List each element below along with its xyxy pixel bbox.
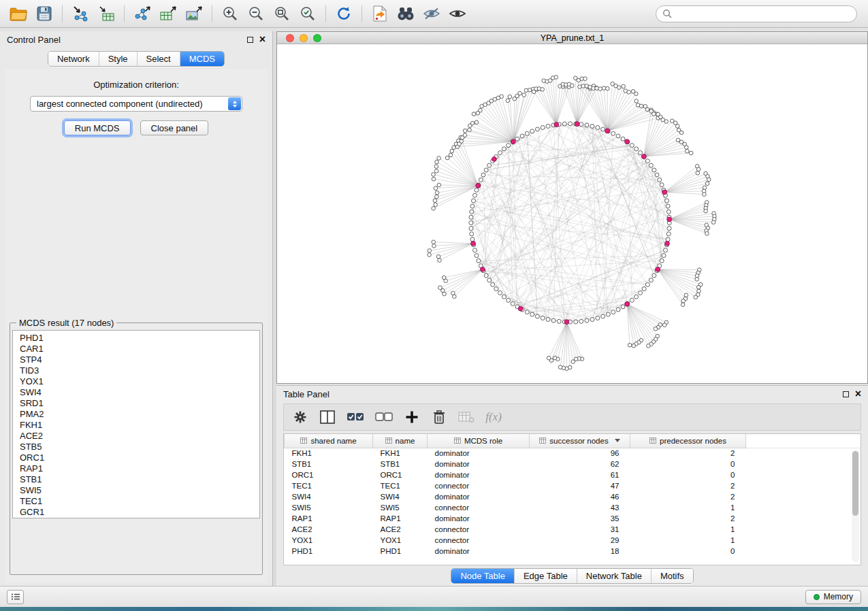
select-all-button[interactable] [347,408,364,426]
cell-successor-nodes: 35 [530,513,630,524]
open-folder-button[interactable] [5,2,31,25]
attribute-grid-icon [649,437,656,444]
tab-select[interactable]: Select [138,52,180,66]
float-table-panel-icon[interactable] [843,391,849,397]
optimization-criterion-dropdown[interactable]: largest connected component (undirected) [30,96,242,112]
mcds-result-item[interactable]: ACE2 [20,431,259,442]
column-header-name[interactable]: name [373,434,428,448]
table-row[interactable]: ORC1ORC1dominator610 [285,469,861,480]
table-row[interactable]: TEC1TEC1connector472 [285,480,861,491]
panel-toggle-button[interactable] [7,590,24,604]
function-builder-button[interactable]: f(x) [485,408,502,426]
float-panel-icon[interactable] [247,37,253,43]
tab-edge-table[interactable]: Edge Table [515,569,577,583]
global-search-box[interactable] [656,5,857,22]
import-table-button[interactable] [93,2,119,25]
table-row[interactable]: FKH1FKH1dominator962 [285,448,861,459]
table-row[interactable]: SWI4SWI4dominator462 [285,491,861,502]
column-header-successor-nodes[interactable]: successor nodes [530,434,630,448]
add-column-button[interactable] [404,408,420,426]
share-document-button[interactable] [367,2,393,25]
table-row[interactable]: STB1STB1dominator620 [285,459,861,469]
deselect-all-button[interactable] [375,408,393,426]
panel-splitter[interactable] [273,31,276,586]
cell-predecessor-nodes: 2 [630,491,746,502]
app-window: Control Panel × Network Style Select MCD… [0,0,868,611]
mcds-result-item[interactable]: PHD1 [20,333,259,344]
table-settings-button[interactable] [292,408,308,426]
apply-layout-button[interactable] [331,2,357,25]
memory-button[interactable]: Memory [805,590,861,604]
tab-mcds[interactable]: MCDS [180,52,224,66]
mcds-result-item[interactable]: RAP1 [20,463,259,474]
list-icon [11,593,20,601]
tab-node-table[interactable]: Node Table [451,569,515,583]
export-image-button[interactable] [181,2,207,25]
binoculars-search-button[interactable] [393,2,419,25]
hide-details-button[interactable] [419,2,445,25]
export-network-button[interactable] [129,2,155,25]
cell-mcds-role: connector [428,502,530,513]
zoom-in-button[interactable] [217,2,243,25]
network-canvas[interactable] [277,44,867,383]
show-details-button[interactable] [445,2,470,25]
import-network-icon [71,5,89,22]
run-mcds-button[interactable]: Run MCDS [64,120,131,135]
cell-name: SWI5 [373,502,428,513]
column-header-shared-name[interactable]: shared name [285,434,373,448]
delete-column-button[interactable] [431,408,447,426]
sort-dropdown-icon[interactable] [615,439,620,442]
tab-motifs[interactable]: Motifs [652,569,693,583]
network-window-titlebar[interactable]: YPA_prune.txt_1 [277,32,867,44]
table-row[interactable]: RAP1RAP1dominator352 [285,513,861,524]
gear-icon [293,410,308,425]
tab-style[interactable]: Style [99,52,138,66]
export-table-button[interactable] [155,2,181,25]
column-header-mcds-role[interactable]: MCDS role [428,434,530,448]
close-table-panel-icon[interactable]: × [855,390,861,398]
mcds-result-list[interactable]: PHD1CAR1STP4TID3YOX1SWI4SRD1PMA2FKH1ACE2… [12,330,260,518]
close-panel-button[interactable]: Close panel [140,120,209,135]
refresh-layout-icon [336,5,352,22]
table-row[interactable]: YOX1YOX1connector291 [285,535,861,546]
window-maximize-light[interactable] [313,34,321,42]
mcds-result-item[interactable]: STB5 [20,442,259,452]
mcds-result-item[interactable]: SWI5 [20,485,259,496]
tab-network[interactable]: Network [48,52,99,66]
window-close-light[interactable] [286,34,294,42]
zoom-out-button[interactable] [243,2,269,25]
mcds-result-item[interactable]: SWI4 [20,387,259,398]
cell-empty [746,448,861,459]
search-input[interactable] [676,9,850,18]
column-header-predecessor-nodes[interactable]: predecessor nodes [630,434,746,448]
scrollbar-thumb[interactable] [852,451,858,516]
mcds-result-item[interactable]: CAR1 [20,344,259,354]
table-scrollbar[interactable] [852,450,859,562]
close-panel-icon[interactable]: × [259,35,266,44]
table-row[interactable]: ACE2ACE2connector311 [285,524,861,535]
network-graph[interactable] [277,44,867,383]
cell-name: ORC1 [373,469,428,480]
mcds-result-item[interactable]: TEC1 [20,496,259,507]
mcds-result-item[interactable]: FKH1 [20,420,259,431]
mcds-result-item[interactable]: STB1 [20,474,259,485]
mcds-result-item[interactable]: PMA2 [20,409,259,420]
window-minimize-light[interactable] [300,34,308,42]
mcds-result-title: MCDS result (17 nodes) [16,318,116,328]
mcds-result-item[interactable]: GCR1 [20,507,259,518]
mcds-result-item[interactable]: YOX1 [20,376,259,387]
table-row[interactable]: SWI5SWI5connector431 [285,502,861,513]
cell-mcds-role: dominator [428,513,530,524]
mcds-result-item[interactable]: TID3 [20,365,259,376]
table-header-row: shared name name [285,434,861,448]
import-network-button[interactable] [67,2,93,25]
mcds-result-item[interactable]: STP4 [20,354,259,365]
zoom-fit-button[interactable] [269,2,295,25]
save-session-button[interactable] [31,2,57,25]
tab-network-table[interactable]: Network Table [577,569,652,583]
mcds-result-item[interactable]: SRD1 [20,398,259,409]
table-row[interactable]: PHD1PHD1dominator180 [285,546,861,557]
mcds-result-item[interactable]: ORC1 [20,452,259,463]
zoom-selected-button[interactable] [295,2,321,25]
show-columns-button[interactable] [319,408,336,426]
